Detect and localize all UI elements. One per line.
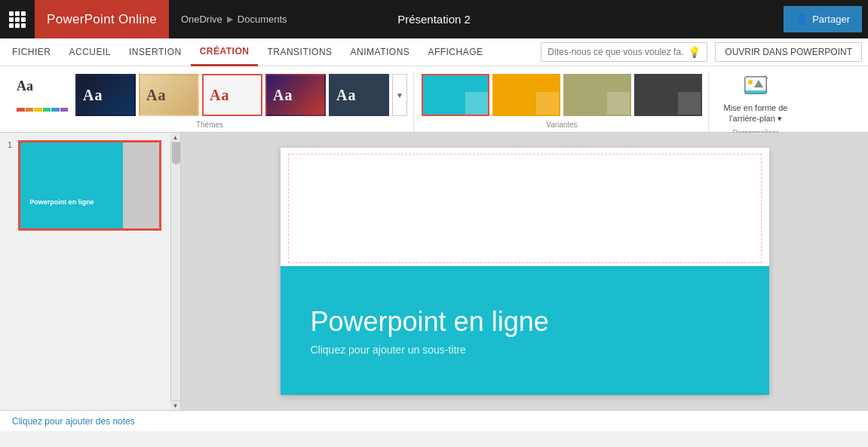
ribbon-personaliser-section: Mise en forme de l'arrière-plan ▾ Person… — [710, 71, 801, 132]
menu-affichage[interactable]: AFFICHAGE — [419, 38, 492, 66]
open-powerpoint-button[interactable]: OUVRIR DANS POWERPOINT — [715, 42, 862, 62]
theme-default[interactable]: Aa — [12, 74, 72, 116]
background-format-icon — [742, 74, 769, 101]
slide-row-1: 1 Powerpoint en ligne — [6, 140, 174, 231]
app-name: PowerPoint Online — [35, 0, 169, 38]
share-icon: 👤 — [796, 14, 808, 25]
menu-insertion[interactable]: INSERTION — [120, 38, 191, 66]
scroll-up-arrow[interactable]: ▲ — [170, 133, 180, 142]
theme-default-bars — [17, 108, 68, 112]
theme-darkgray[interactable]: Aa — [329, 74, 389, 116]
slide-main-title[interactable]: Powerpoint en ligne — [311, 306, 739, 338]
theme-selected[interactable]: Aa — [202, 74, 262, 116]
variant-teal[interactable] — [422, 74, 489, 116]
share-button[interactable]: 👤 Partager — [784, 6, 862, 32]
menu-fichier[interactable]: FICHIER — [3, 38, 60, 66]
menu-creation[interactable]: CRÉATION — [191, 38, 259, 66]
search-input[interactable] — [547, 47, 683, 57]
slide-number-1: 1 — [6, 140, 12, 149]
background-format-label: Mise en forme de l'arrière-plan ▾ — [724, 103, 788, 124]
svg-rect-2 — [745, 77, 766, 90]
menu-animations[interactable]: ANIMATIONS — [342, 38, 419, 66]
variant-orange[interactable] — [492, 74, 560, 116]
lightbulb-icon: 💡 — [688, 46, 701, 58]
ribbon-themes-section: Aa Aa Aa — [6, 71, 414, 132]
slide-panel: 1 Powerpoint en ligne ▼ ▲ — [0, 133, 181, 410]
theme-selected-aa: Aa — [210, 87, 229, 104]
slide-title-border — [288, 154, 762, 263]
theme-beige[interactable]: Aa — [139, 74, 199, 116]
title-bar-right: 👤 Partager — [784, 6, 862, 32]
main-area: 1 Powerpoint en ligne ▼ ▲ — [0, 133, 868, 410]
svg-point-3 — [748, 80, 753, 84]
menu-accueil[interactable]: ACCUEIL — [60, 38, 121, 66]
slide-thumb-gray-area — [123, 142, 159, 228]
ribbon: Aa Aa Aa — [0, 66, 868, 133]
slide-editor: Powerpoint en ligne Cliquez pour ajouter… — [181, 133, 868, 410]
title-bar-left: PowerPoint Online OneDrive ▶ Documents — [0, 0, 287, 38]
theme-beige-aa: Aa — [146, 87, 166, 104]
menu-transitions[interactable]: TRANSITIONS — [258, 38, 341, 66]
theme-purple[interactable]: Aa — [265, 74, 326, 116]
variants-content — [422, 71, 702, 119]
menu-bar: FICHIER ACCUEIL INSERTION CRÉATION TRANS… — [0, 38, 868, 66]
theme-darkgray-aa: Aa — [336, 87, 356, 104]
notes-placeholder[interactable]: Cliquez pour ajouter des notes — [12, 416, 135, 427]
theme-dark[interactable]: Aa — [75, 74, 136, 116]
slide-top-area[interactable] — [281, 148, 769, 266]
presentation-title[interactable]: Présentation 2 — [397, 13, 471, 26]
share-label: Partager — [812, 14, 850, 25]
title-bar: PowerPoint Online OneDrive ▶ Documents P… — [0, 0, 868, 38]
slide-subtitle[interactable]: Cliquez pour ajouter un sous-titre — [311, 344, 739, 356]
variant-olive[interactable] — [563, 74, 631, 116]
background-format-button[interactable]: Mise en forme de l'arrière-plan ▾ — [719, 71, 793, 127]
slide-thumb-inner: Powerpoint en ligne — [20, 142, 159, 228]
breadcrumb-home[interactable]: OneDrive — [181, 14, 222, 25]
theme-purple-aa: Aa — [273, 87, 293, 104]
breadcrumb-separator: ▶ — [227, 14, 233, 24]
variant-dark[interactable] — [634, 74, 702, 116]
waffle-icon[interactable] — [0, 0, 35, 38]
slide-thumb-title: Powerpoint en ligne — [29, 198, 129, 206]
svg-rect-1 — [745, 90, 766, 93]
panel-scrollbar[interactable] — [170, 133, 180, 410]
breadcrumb: OneDrive ▶ Documents — [181, 14, 287, 25]
themes-content: Aa Aa Aa — [12, 71, 407, 119]
theme-default-aa: Aa — [17, 78, 68, 94]
slide-main-content[interactable]: Powerpoint en ligne Cliquez pour ajouter… — [281, 266, 769, 395]
slide-thumbnail-1[interactable]: Powerpoint en ligne — [18, 140, 161, 231]
variants-label: Variantes — [422, 119, 702, 129]
themes-scroll-button[interactable]: ▼ — [392, 74, 407, 116]
themes-label: Thèmes — [12, 119, 407, 129]
slide-canvas[interactable]: Powerpoint en ligne Cliquez pour ajouter… — [281, 148, 769, 395]
scroll-down-arrow[interactable]: ▼ — [170, 400, 180, 410]
search-box[interactable]: 💡 — [541, 42, 707, 62]
ribbon-variants-section: Variantes — [416, 71, 709, 132]
theme-dark-aa: Aa — [83, 87, 103, 104]
notes-bar: Cliquez pour ajouter des notes — [0, 410, 868, 431]
breadcrumb-folder[interactable]: Documents — [238, 14, 287, 25]
